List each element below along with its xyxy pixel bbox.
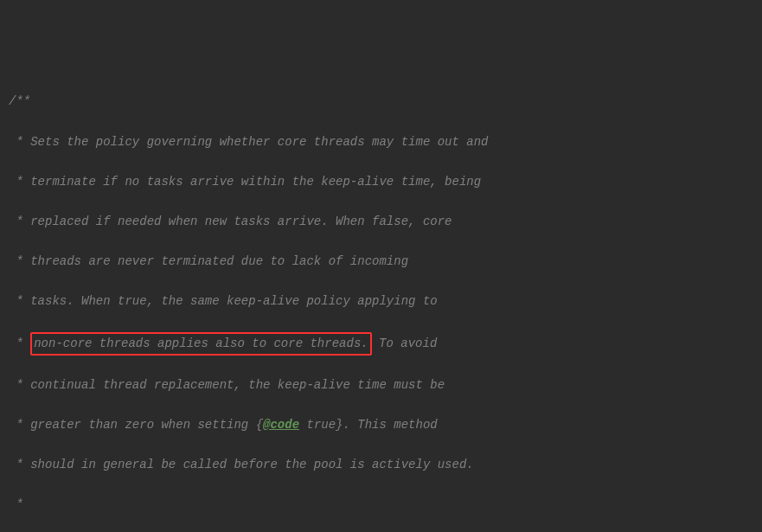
highlight-annotation: non-core threads applies also to core th…	[30, 332, 371, 356]
javadoc-line: * terminate if no tasks arrive within th…	[9, 172, 753, 192]
javadoc-line: * greater than zero when setting {@code …	[9, 415, 753, 435]
javadoc-line: * should in general be called before the…	[9, 455, 753, 475]
javadoc-line: * continual thread replacement, the keep…	[9, 375, 753, 395]
javadoc-line: * Sets the policy governing whether core…	[9, 132, 753, 152]
javadoc-line-highlighted: * non-core threads applies also to core …	[9, 332, 753, 356]
code-editor: /** * Sets the policy governing whether …	[9, 92, 753, 532]
javadoc-blank: *	[9, 495, 753, 515]
javadoc-line: * tasks. When true, the same keep-alive …	[9, 292, 753, 311]
javadoc-open: /**	[9, 92, 753, 112]
code-tag: @code	[263, 418, 299, 432]
javadoc-line: * threads are never terminated due to la…	[9, 252, 753, 272]
javadoc-line: * replaced if needed when new tasks arri…	[9, 212, 753, 232]
